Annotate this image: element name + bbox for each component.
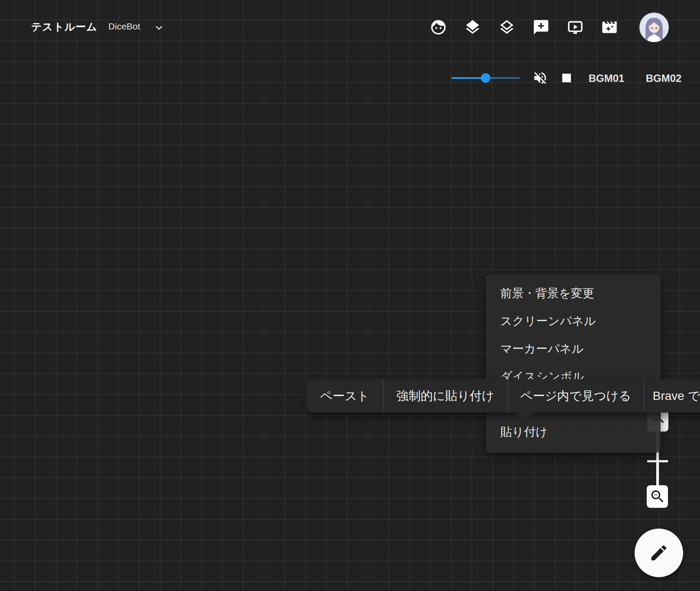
volume-slider[interactable] xyxy=(451,77,521,79)
menu-item-paste[interactable]: 貼り付け xyxy=(486,418,661,446)
chevron-down-icon[interactable] xyxy=(152,21,165,34)
browser-menu-find-in-page[interactable]: ページ内で見つける xyxy=(507,379,644,412)
movie-filter-icon[interactable] xyxy=(601,19,618,36)
menu-item-marker-panel[interactable]: マーカーパネル xyxy=(486,335,661,363)
add-comment-icon[interactable] xyxy=(532,19,550,36)
volume-off-icon[interactable] xyxy=(532,70,548,86)
face-icon[interactable] xyxy=(430,19,447,36)
room-dicebot-label: DiceBot xyxy=(108,21,140,32)
layers-icon[interactable] xyxy=(464,19,481,36)
stop-icon[interactable] xyxy=(562,74,571,82)
browser-menu-paste[interactable]: ペースト xyxy=(307,379,383,412)
user-avatar[interactable] xyxy=(639,13,669,42)
edit-fab-button[interactable] xyxy=(635,529,683,577)
volume-slider-thumb[interactable] xyxy=(481,73,490,83)
browser-menu-brave[interactable]: Brave で xyxy=(644,379,700,412)
bgm02-button[interactable]: BGM02 xyxy=(646,72,682,84)
browser-menu-pointer xyxy=(516,412,533,421)
menu-item-screen-panel[interactable]: スクリーンパネル xyxy=(486,307,661,335)
room-context-menu: 前景・背景を変更 スクリーンパネル マーカーパネル ダイスシンボル 貼り付け xyxy=(486,274,661,453)
zoom-out-icon xyxy=(649,488,666,505)
layers-outline-icon[interactable] xyxy=(498,19,515,36)
menu-item-change-background[interactable]: 前景・背景を変更 xyxy=(486,279,661,307)
zoom-out-button[interactable] xyxy=(647,485,668,508)
smart-display-icon[interactable] xyxy=(567,19,584,36)
bgm01-button[interactable]: BGM01 xyxy=(589,72,625,84)
zoom-slider-handle[interactable] xyxy=(647,460,668,462)
room-title: テストルーム xyxy=(31,20,97,34)
pencil-icon xyxy=(649,543,669,563)
toolbar xyxy=(430,19,635,36)
browser-menu-force-paste[interactable]: 強制的に貼り付け xyxy=(383,379,507,412)
browser-context-menu: ペースト 強制的に貼り付け ページ内で見つける Brave で xyxy=(307,379,700,412)
tabletop-canvas[interactable]: { "header": { "room_title": "テストルーム", "r… xyxy=(0,0,700,591)
